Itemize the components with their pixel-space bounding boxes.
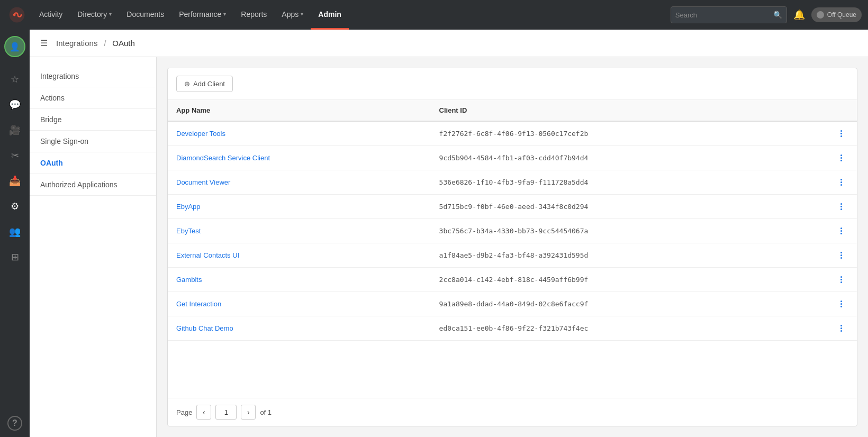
prev-page-button[interactable]: ‹ bbox=[196, 405, 211, 420]
sidebar-inbox-icon[interactable]: 📥 bbox=[3, 169, 26, 193]
left-nav-actions[interactable]: Actions bbox=[30, 87, 156, 109]
sidebar-gear-icon[interactable]: ⚙ bbox=[3, 195, 26, 218]
main-content: ☰ Integrations / OAuth Integrations Acti… bbox=[30, 30, 868, 437]
nav-item-activity[interactable]: Activity bbox=[32, 0, 70, 30]
table-cell-action bbox=[825, 195, 857, 219]
apps-chevron: ▾ bbox=[301, 11, 303, 17]
table-cell-action bbox=[825, 243, 857, 268]
nav-item-reports[interactable]: Reports bbox=[233, 0, 274, 30]
table-cell-action bbox=[825, 292, 857, 316]
row-action-menu-icon[interactable] bbox=[834, 274, 848, 285]
table-row: External Contacts UIa1f84ae5-d9b2-4fa3-b… bbox=[168, 243, 857, 268]
search-box[interactable]: 🔍 bbox=[671, 6, 787, 23]
nav-item-directory[interactable]: Directory ▾ bbox=[70, 0, 119, 30]
svg-point-1 bbox=[13, 14, 16, 16]
notification-bell-icon[interactable]: 🔔 bbox=[793, 9, 805, 21]
row-action-menu-icon[interactable] bbox=[834, 323, 848, 334]
table-cell-app-name: EbyApp bbox=[168, 195, 431, 219]
app-name-link[interactable]: EbyTest bbox=[176, 227, 201, 235]
row-action-menu-icon[interactable] bbox=[834, 152, 848, 163]
nav-item-documents[interactable]: Documents bbox=[119, 0, 171, 30]
sidebar-grid-icon[interactable]: ⊞ bbox=[3, 245, 26, 269]
nav-right-controls: 🔍 🔔 Off Queue bbox=[671, 6, 862, 23]
table-cell-client-id: 9cd5b904-4584-4fb1-af03-cdd40f7b94d4 bbox=[431, 146, 825, 170]
table-cell-client-id: 9a1a89e8-ddad-44a0-849d-02c8e6facc9f bbox=[431, 292, 825, 316]
pagination-of: of 1 bbox=[260, 408, 272, 416]
left-nav-oauth[interactable]: OAuth bbox=[30, 152, 156, 174]
table-cell-action bbox=[825, 219, 857, 243]
sidebar-chat-icon[interactable]: 💬 bbox=[3, 93, 26, 116]
table-row: Get Interaction9a1a89e8-ddad-44a0-849d-0… bbox=[168, 292, 857, 316]
performance-chevron: ▾ bbox=[223, 11, 226, 17]
nav-item-apps[interactable]: Apps ▾ bbox=[274, 0, 311, 30]
pagination-label: Page bbox=[176, 408, 192, 416]
app-name-link[interactable]: External Contacts UI bbox=[176, 251, 239, 259]
queue-label: Off Queue bbox=[827, 11, 856, 19]
app-name-link[interactable]: DiamondSearch Service Client bbox=[176, 154, 270, 162]
add-client-label: Add Client bbox=[193, 80, 225, 88]
table-cell-client-id: 5d715bc9-f0bf-46e0-aeed-3434f8c0d294 bbox=[431, 195, 825, 219]
table-cell-app-name: Get Interaction bbox=[168, 292, 431, 316]
search-icon[interactable]: 🔍 bbox=[773, 11, 782, 19]
left-nav-bridge[interactable]: Bridge bbox=[30, 109, 156, 131]
help-icon[interactable]: ? bbox=[7, 416, 22, 431]
row-action-menu-icon[interactable] bbox=[834, 128, 848, 139]
app-name-link[interactable]: Get Interaction bbox=[176, 300, 221, 308]
row-action-menu-icon[interactable] bbox=[834, 201, 848, 212]
row-action-menu-icon[interactable] bbox=[834, 177, 848, 188]
top-navigation: Activity Directory ▾ Documents Performan… bbox=[0, 0, 868, 30]
table-cell-client-id: 2cc8a014-c142-4ebf-818c-4459aff6b99f bbox=[431, 268, 825, 292]
table-row: Github Chat Demoed0ca151-ee0b-4f86-9f22-… bbox=[168, 316, 857, 341]
breadcrumb-parent[interactable]: Integrations bbox=[56, 39, 97, 48]
sidebar-scissors-icon[interactable]: ✂ bbox=[3, 144, 26, 167]
app-name-link[interactable]: Gambits bbox=[176, 276, 202, 284]
table-container: ⊕ Add Client App Name Client ID bbox=[167, 68, 857, 426]
table-cell-app-name: EbyTest bbox=[168, 219, 431, 243]
table-cell-client-id: ed0ca151-ee0b-4f86-9f22-f321b743f4ec bbox=[431, 316, 825, 341]
table-scroll[interactable]: App Name Client ID Developer Toolsf2f276… bbox=[168, 100, 857, 398]
left-nav-single-sign-on[interactable]: Single Sign-on bbox=[30, 131, 156, 152]
nav-items-list: Activity Directory ▾ Documents Performan… bbox=[32, 0, 671, 30]
queue-status-dot bbox=[817, 11, 824, 19]
logo[interactable] bbox=[6, 4, 28, 25]
row-action-menu-icon[interactable] bbox=[834, 250, 848, 261]
page-number-input[interactable] bbox=[215, 405, 237, 420]
sidebar-bottom: ? bbox=[7, 416, 22, 437]
row-action-menu-icon[interactable] bbox=[834, 298, 848, 309]
left-nav-integrations[interactable]: Integrations bbox=[30, 66, 156, 87]
nav-item-admin[interactable]: Admin bbox=[311, 0, 349, 30]
oauth-table: App Name Client ID Developer Toolsf2f276… bbox=[168, 100, 857, 341]
app-name-link[interactable]: Developer Tools bbox=[176, 130, 225, 138]
sidebar-users-icon[interactable]: 👥 bbox=[3, 220, 26, 243]
app-name-link[interactable]: EbyApp bbox=[176, 203, 201, 211]
nav-item-performance[interactable]: Performance ▾ bbox=[171, 0, 233, 30]
table-body: Developer Toolsf2f2762f-6c8f-4f06-9f13-0… bbox=[168, 121, 857, 341]
queue-toggle[interactable]: Off Queue bbox=[811, 7, 862, 22]
add-client-button[interactable]: ⊕ Add Client bbox=[176, 76, 233, 92]
left-nav-authorized-applications[interactable]: Authorized Applications bbox=[30, 174, 156, 196]
app-name-link[interactable]: Github Chat Demo bbox=[176, 324, 233, 332]
avatar[interactable]: 👤 bbox=[4, 36, 25, 57]
row-action-menu-icon[interactable] bbox=[834, 225, 848, 236]
table-cell-client-id: 3bc756c7-b34a-4330-bb73-9cc54454067a bbox=[431, 219, 825, 243]
breadcrumb-bar: ☰ Integrations / OAuth bbox=[30, 30, 868, 57]
app-name-link[interactable]: Document Viewer bbox=[176, 178, 230, 186]
table-row: Document Viewer536e6826-1f10-4fb3-9fa9-f… bbox=[168, 170, 857, 195]
table-cell-app-name: Github Chat Demo bbox=[168, 316, 431, 341]
sidebar-star-icon[interactable]: ☆ bbox=[3, 68, 26, 91]
table-cell-app-name: External Contacts UI bbox=[168, 243, 431, 268]
table-cell-app-name: Developer Tools bbox=[168, 121, 431, 146]
directory-chevron: ▾ bbox=[109, 11, 112, 17]
table-cell-client-id: f2f2762f-6c8f-4f06-9f13-0560c17cef2b bbox=[431, 121, 825, 146]
col-client-id: Client ID bbox=[431, 100, 825, 121]
sidebar-video-icon[interactable]: 🎥 bbox=[3, 119, 26, 142]
svg-point-0 bbox=[10, 7, 25, 23]
table-header-row: App Name Client ID bbox=[168, 100, 857, 121]
breadcrumb-current: OAuth bbox=[112, 39, 135, 48]
table-cell-app-name: Document Viewer bbox=[168, 170, 431, 195]
pagination: Page ‹ › of 1 bbox=[168, 398, 857, 426]
search-input[interactable] bbox=[675, 11, 770, 19]
icon-sidebar: 👤 ☆ 💬 🎥 ✂ 📥 ⚙ 👥 ⊞ ? bbox=[0, 30, 30, 437]
next-page-button[interactable]: › bbox=[241, 405, 256, 420]
hamburger-icon[interactable]: ☰ bbox=[40, 38, 48, 48]
